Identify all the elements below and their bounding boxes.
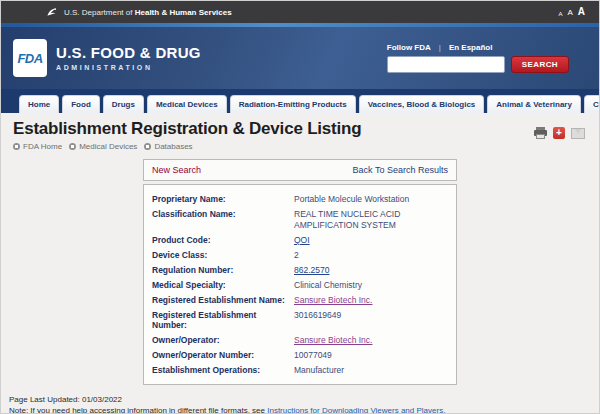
row-label: Establishment Operations: [152,365,294,376]
table-row: Owner/Operator: Sansure Biotech Inc. [152,333,448,348]
table-row: Owner/Operator Number: 10077049 [152,348,448,363]
nav-tab-home[interactable]: Home [19,95,59,113]
table-row: Device Class: 2 [152,248,448,263]
font-size-small-button[interactable]: A [558,11,562,17]
device-detail-table: Proprietary Name: Portable Molecule Work… [143,184,457,385]
note-line: Note: If you need help accessing informa… [9,406,591,414]
breadcrumb-bullet-icon [13,143,20,150]
viewers-players-link[interactable]: Instructions for Downloading Viewers and… [267,406,445,414]
hhs-top-bar: U.S. Department of Health & Human Servic… [1,1,599,23]
font-size-large-button[interactable]: A [578,7,585,17]
row-value: Manufacturer [294,365,344,376]
row-label: Registered Establishment Number: [152,310,294,331]
results-toolbar: New Search Back To Search Results [143,159,457,181]
font-size-controls: A A A [558,7,585,17]
row-value: REAL TIME NUCLEIC ACID AMPLIFICATION SYS… [294,209,448,230]
en-espanol-link[interactable]: En Español [449,43,493,52]
page-action-icons: + [534,127,585,139]
row-label: Classification Name: [152,209,294,220]
back-to-search-results-link[interactable]: Back To Search Results [353,165,448,175]
fda-brand[interactable]: FDA U.S. FOOD & DRUG ADMINISTRATION [13,39,201,77]
breadcrumb-fda-home[interactable]: FDA Home [13,142,62,151]
fda-page: U.S. Department of Health & Human Servic… [0,0,600,414]
email-icon[interactable] [571,128,585,139]
registered-establishment-name-link[interactable]: Sansure Biotech Inc. [294,295,372,305]
row-value: 3016619649 [294,310,341,321]
row-label: Proprietary Name: [152,194,294,205]
print-icon[interactable] [534,127,547,139]
follow-fda-link[interactable]: Follow FDA [387,43,431,52]
row-label: Registered Establishment Name: [152,295,294,306]
table-row: Establishment Operations: Manufacturer [152,363,448,378]
new-search-link[interactable]: New Search [152,165,201,175]
table-row: Registered Establishment Number: 3016619… [152,308,448,334]
font-size-medium-button[interactable]: A [567,9,572,17]
last-updated-text: Page Last Updated: 01/03/2022 [9,395,591,406]
row-label: Product Code: [152,235,294,246]
share-icon[interactable]: + [553,127,565,139]
row-label: Owner/Operator Number: [152,350,294,361]
fda-logo-text: FDA [17,51,42,66]
brand-title: U.S. FOOD & DRUG [56,45,201,62]
breadcrumb: FDA Home Medical Devices Databases [13,142,361,151]
table-row: Regulation Number: 862.2570 [152,263,448,278]
table-row: Proprietary Name: Portable Molecule Work… [152,192,448,207]
brand-subtitle: ADMINISTRATION [56,64,201,71]
nav-tab-vaccines-blood-biologics[interactable]: Vaccines, Blood & Biologics [359,95,485,113]
product-code-link[interactable]: QOI [294,235,310,245]
row-value: Portable Molecule Workstation [294,194,409,205]
page-title: Establishment Registration & Device List… [13,119,361,139]
search-input[interactable] [387,56,505,73]
breadcrumb-bullet-icon [69,143,76,150]
breadcrumb-medical-devices[interactable]: Medical Devices [69,142,137,151]
row-value: 2 [294,250,299,261]
page-footer-info: Page Last Updated: 01/03/2022 Note: If y… [1,385,599,414]
table-row: Registered Establishment Name: Sansure B… [152,293,448,308]
owner-operator-link[interactable]: Sansure Biotech Inc. [294,335,372,345]
hhs-eagle-icon [45,6,58,19]
row-value: Clinical Chemistry [294,280,362,291]
table-row: Product Code: QOI [152,233,448,248]
nav-tab-cosmetics[interactable]: Cosmetics [584,95,600,113]
search-button[interactable]: SEARCH [511,56,569,73]
main-nav: Home Food Drugs Medical Devices Radiatio… [1,89,599,113]
site-header: FDA U.S. FOOD & DRUG ADMINISTRATION Foll… [1,27,599,89]
row-label: Medical Specialty: [152,280,294,291]
breadcrumb-databases[interactable]: Databases [144,142,192,151]
nav-tab-radiation-emitting-products[interactable]: Radiation-Emitting Products [230,95,356,113]
nav-tab-food[interactable]: Food [62,95,100,113]
nav-tab-drugs[interactable]: Drugs [103,95,144,113]
row-label: Regulation Number: [152,265,294,276]
hhs-department-label: U.S. Department of Health & Human Servic… [64,8,232,17]
content-area: Establishment Registration & Device List… [1,113,599,414]
nav-tab-medical-devices[interactable]: Medical Devices [147,95,227,113]
row-label: Device Class: [152,250,294,261]
results-panel: New Search Back To Search Results Propri… [143,159,457,385]
fda-logo: FDA [13,39,47,77]
breadcrumb-bullet-icon [144,143,151,150]
regulation-number-link[interactable]: 862.2570 [294,265,329,275]
table-row: Medical Specialty: Clinical Chemistry [152,278,448,293]
row-value: 10077049 [294,350,332,361]
table-row: Classification Name: REAL TIME NUCLEIC A… [152,207,448,233]
row-label: Owner/Operator: [152,335,294,346]
nav-tab-animal-veterinary[interactable]: Animal & Veterinary [487,95,581,113]
header-link-separator: | [439,43,441,52]
